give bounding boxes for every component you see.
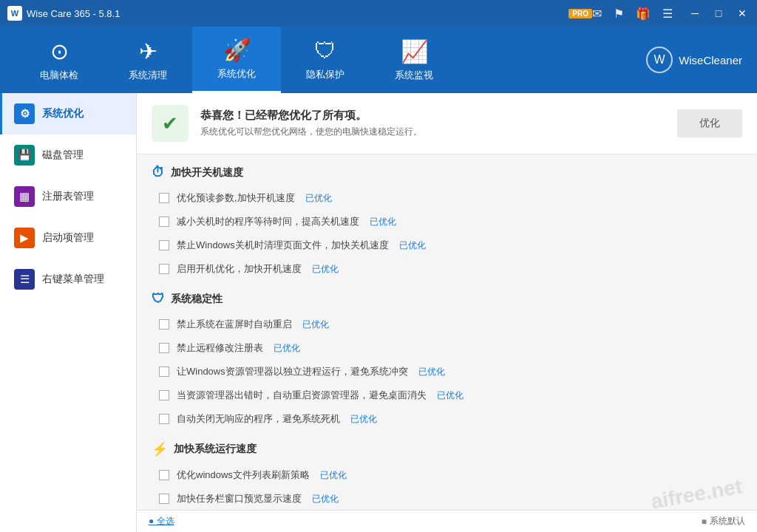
gift-icon[interactable]: 🎁 <box>636 7 651 21</box>
checkbox-0-0[interactable] <box>159 193 169 203</box>
check-item-0-1: 减小关机时的程序等待时间，提高关机速度 已优化 <box>152 210 742 233</box>
sidebar-item-contextmenu-manage[interactable]: ☰ 右键菜单管理 <box>0 259 136 300</box>
status-icon: ✔ <box>152 105 189 142</box>
checkbox-1-2[interactable] <box>159 366 169 377</box>
sidebar-item-system-optimize[interactable]: ⚙ 系统优化 <box>0 93 136 134</box>
bottom-right: ■ 系统默认 <box>702 515 745 528</box>
optimized-badge-2-0: 已优化 <box>320 469 347 482</box>
check-item-2-0: 优化windows文件列表刷新策略 已优化 <box>152 463 742 487</box>
status-text: 恭喜您！已经帮您优化了所有项。 系统优化可以帮您优化网络，使您的电脑快速稳定运行… <box>200 109 422 138</box>
sidebar-icon-startup: ▶ <box>14 228 35 248</box>
brand-name: WiseCleaner <box>679 54 742 66</box>
check-item-1-1: 禁止远程修改注册表 已优化 <box>152 336 742 360</box>
sidebar-icon-registry: ▦ <box>14 186 35 207</box>
checkbox-1-1[interactable] <box>159 343 169 353</box>
titlebar-icons: ✉ ⚑ 🎁 ☰ <box>592 7 673 21</box>
nav-label-system-optimize: 系统优化 <box>217 67 256 81</box>
check-item-0-0: 优化预读参数,加快开机速度 已优化 <box>152 186 742 210</box>
sidebar-label-contextmenu: 右键菜单管理 <box>42 273 104 286</box>
window-controls: ─ □ ✕ <box>688 7 750 19</box>
checkbox-1-4[interactable] <box>159 414 169 424</box>
navbar: ⊙ 电脑体检 ✈ 系统清理 🚀 系统优化 🛡 隐私保护 📈 系统监视 W Wis… <box>0 27 757 93</box>
section-boot-speed: ⏱ 加快开关机速度 优化预读参数,加快开机速度 已优化 减小关机时的程序等待时间… <box>137 154 757 281</box>
main-area: ⚙ 系统优化 💾 磁盘管理 ▦ 注册表管理 ▶ 启动项管理 ☰ 右键菜单管理 ✔… <box>0 93 757 532</box>
status-banner: ✔ 恭喜您！已经帮您优化了所有项。 系统优化可以帮您优化网络，使您的电脑快速稳定… <box>137 93 757 154</box>
check-item-1-3: 当资源管理器出错时，自动重启资源管理器，避免桌面消失 已优化 <box>152 383 742 407</box>
stability-icon: 🛡 <box>152 291 165 307</box>
system-optimize-icon: 🚀 <box>223 37 251 63</box>
section-stability: 🛡 系统稳定性 禁止系统在蓝屏时自动重启 已优化 禁止远程修改注册表 已优化 让… <box>137 281 757 431</box>
optimized-badge-1-0: 已优化 <box>302 318 329 331</box>
sidebar-item-disk-manage[interactable]: 💾 磁盘管理 <box>0 134 136 176</box>
app-title: Wise Care 365 - 5.8.1 <box>27 8 564 19</box>
nav-label-system-monitor: 系统监视 <box>395 69 433 82</box>
select-all-link[interactable]: ● 全选 <box>149 515 174 528</box>
sidebar-label-startup: 启动项管理 <box>42 231 94 245</box>
nav-item-system-monitor[interactable]: 📈 系统监视 <box>370 27 458 93</box>
check-item-0-3: 启用开机优化，加快开机速度 已优化 <box>152 257 742 281</box>
checkbox-0-3[interactable] <box>159 264 169 274</box>
flag-icon[interactable]: ⚑ <box>614 7 624 21</box>
nav-item-privacy-protect[interactable]: 🛡 隐私保护 <box>281 27 370 93</box>
minimize-button[interactable]: ─ <box>688 7 702 19</box>
nav-item-system-check[interactable]: ⊙ 电脑体检 <box>15 27 103 93</box>
status-description: 系统优化可以帮您优化网络，使您的电脑快速稳定运行。 <box>200 126 422 138</box>
nav-brand: W WiseCleaner <box>646 47 742 73</box>
app-logo: W <box>7 6 22 21</box>
check-label-1-1: 禁止远程修改注册表 <box>177 341 263 355</box>
sidebar-icon-contextmenu: ☰ <box>14 269 35 290</box>
checkbox-0-1[interactable] <box>159 216 169 227</box>
checkbox-1-0[interactable] <box>159 319 169 330</box>
check-label-2-0: 优化windows文件列表刷新策略 <box>177 468 310 482</box>
content-area: ✔ 恭喜您！已经帮您优化了所有项。 系统优化可以帮您优化网络，使您的电脑快速稳定… <box>137 93 757 532</box>
section-title-boot: 加快开关机速度 <box>171 166 243 180</box>
nav-item-system-optimize[interactable]: 🚀 系统优化 <box>192 27 281 93</box>
nav-label-system-check: 电脑体检 <box>40 69 78 82</box>
check-label-1-4: 自动关闭无响应的程序，避免系统死机 <box>177 412 340 426</box>
checkbox-0-2[interactable] <box>159 240 169 250</box>
sidebar-label-disk: 磁盘管理 <box>42 149 84 162</box>
sidebar: ⚙ 系统优化 💾 磁盘管理 ▦ 注册表管理 ▶ 启动项管理 ☰ 右键菜单管理 <box>0 93 137 532</box>
system-clean-icon: ✈ <box>139 38 157 64</box>
check-item-1-0: 禁止系统在蓝屏时自动重启 已优化 <box>152 313 742 336</box>
checkbox-2-0[interactable] <box>159 470 169 480</box>
optimized-badge-0-3: 已优化 <box>312 263 339 276</box>
run-speed-icon: ⚡ <box>152 441 168 457</box>
section-header-run: ⚡ 加快系统运行速度 <box>152 431 742 463</box>
check-label-0-1: 减小关机时的程序等待时间，提高关机速度 <box>177 215 359 228</box>
bullet-icon: ■ <box>702 516 707 527</box>
sidebar-item-registry-manage[interactable]: ▦ 注册表管理 <box>0 176 136 217</box>
optimized-badge-0-1: 已优化 <box>370 216 396 228</box>
checkbox-2-1[interactable] <box>159 494 169 504</box>
system-monitor-icon: 📈 <box>401 38 428 64</box>
sidebar-icon-disk: 💾 <box>14 145 35 166</box>
close-button[interactable]: ✕ <box>735 7 750 19</box>
bottom-bar: ● 全选 ■ 系统默认 <box>137 510 757 532</box>
status-title: 恭喜您！已经帮您优化了所有项。 <box>200 109 422 123</box>
section-title-stability: 系统稳定性 <box>171 293 223 306</box>
maximize-button[interactable]: □ <box>711 7 726 19</box>
check-label-1-0: 禁止系统在蓝屏时自动重启 <box>177 318 292 331</box>
check-label-0-2: 禁止Windows关机时清理页面文件，加快关机速度 <box>177 239 389 252</box>
system-default-label: 系统默认 <box>710 515 745 528</box>
check-item-2-1: 加快任务栏窗口预览显示速度 已优化 <box>152 487 742 511</box>
optimized-badge-0-0: 已优化 <box>305 192 332 205</box>
optimize-button[interactable]: 优化 <box>677 109 742 137</box>
menu-icon[interactable]: ☰ <box>662 7 673 21</box>
nav-label-system-clean: 系统清理 <box>129 69 167 82</box>
section-title-run: 加快系统运行速度 <box>174 443 257 456</box>
check-label-0-0: 优化预读参数,加快开机速度 <box>177 191 295 205</box>
privacy-protect-icon: 🛡 <box>314 38 336 64</box>
boot-speed-icon: ⏱ <box>152 165 165 180</box>
checkbox-1-3[interactable] <box>159 390 169 400</box>
optimized-badge-1-3: 已优化 <box>437 389 464 402</box>
sidebar-label-optimize: 系统优化 <box>42 107 84 120</box>
check-item-0-2: 禁止Windows关机时清理页面文件，加快关机速度 已优化 <box>152 233 742 257</box>
mail-icon[interactable]: ✉ <box>592 7 602 21</box>
optimized-badge-2-1: 已优化 <box>312 493 339 505</box>
sidebar-label-registry: 注册表管理 <box>42 190 94 203</box>
optimized-badge-0-2: 已优化 <box>399 239 426 252</box>
nav-item-system-clean[interactable]: ✈ 系统清理 <box>103 27 192 93</box>
sidebar-item-startup-manage[interactable]: ▶ 启动项管理 <box>0 217 136 259</box>
titlebar: W Wise Care 365 - 5.8.1 PRO ✉ ⚑ 🎁 ☰ ─ □ … <box>0 0 757 27</box>
